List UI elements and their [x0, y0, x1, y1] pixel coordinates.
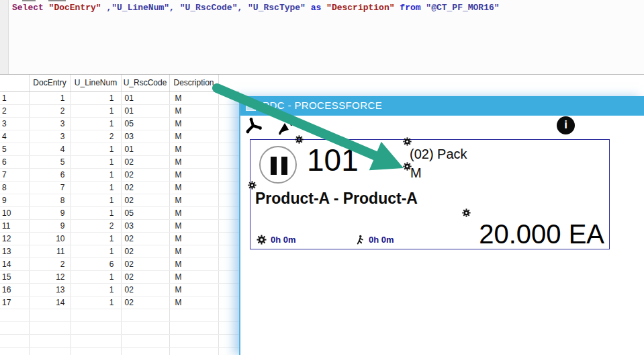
row-number[interactable]: 3	[0, 117, 29, 130]
row-number[interactable]: 10	[0, 206, 29, 219]
row-number[interactable]: 4	[0, 130, 29, 143]
table-row[interactable]: 1714102M	[0, 296, 239, 309]
cell[interactable]: M	[169, 91, 218, 104]
cell[interactable]: M	[169, 219, 218, 232]
cell[interactable]: 1	[71, 283, 121, 296]
cell[interactable]: M	[169, 104, 218, 117]
row-number[interactable]: 17	[0, 296, 29, 309]
cell[interactable]: 10	[29, 232, 71, 245]
cell[interactable]: M	[169, 270, 218, 283]
cell[interactable]: 7	[29, 181, 71, 194]
cell[interactable]: 1	[71, 206, 121, 219]
cell[interactable]: 02	[121, 283, 169, 296]
cell[interactable]: 02	[121, 194, 169, 206]
cell[interactable]: M	[169, 206, 218, 219]
cell[interactable]: 1	[71, 143, 121, 155]
row-number[interactable]: 6	[0, 155, 29, 168]
cell[interactable]: 1	[71, 104, 121, 117]
table-row[interactable]: 11101M	[0, 91, 239, 104]
table-row[interactable]: 1512102M	[0, 270, 239, 283]
cell[interactable]: 02	[121, 245, 169, 258]
cell[interactable]: 2	[29, 258, 71, 270]
table-row[interactable]: 109105M	[0, 206, 239, 219]
cell[interactable]: 1	[71, 270, 121, 283]
cell[interactable]: 9	[29, 206, 71, 219]
cell[interactable]: 3	[29, 130, 71, 143]
cell[interactable]: 1	[71, 181, 121, 194]
cell[interactable]: 4	[29, 143, 71, 155]
cell[interactable]: M	[169, 258, 218, 270]
cell[interactable]: 1	[71, 91, 121, 104]
cell[interactable]: 12	[29, 270, 71, 283]
cell[interactable]: 3	[29, 117, 71, 130]
table-row[interactable]: 54101M	[0, 143, 239, 155]
row-number[interactable]: 16	[0, 283, 29, 296]
row-number[interactable]: 5	[0, 143, 29, 155]
cell[interactable]: 02	[121, 270, 169, 283]
table-row[interactable]: 98102M	[0, 194, 239, 206]
cell[interactable]: M	[169, 168, 218, 181]
row-number[interactable]: 15	[0, 270, 29, 283]
row-number[interactable]: 14	[0, 258, 29, 270]
table-row[interactable]: 33105M	[0, 117, 239, 130]
cell[interactable]: 01	[121, 143, 169, 155]
table-row[interactable]: 76102M	[0, 168, 239, 181]
cell[interactable]: M	[169, 130, 218, 143]
cell[interactable]: 14	[29, 296, 71, 309]
row-number[interactable]: 11	[0, 219, 29, 232]
row-number[interactable]: 2	[0, 104, 29, 117]
table-row[interactable]: 87102M	[0, 181, 239, 194]
cell[interactable]: 03	[121, 130, 169, 143]
cell[interactable]: M	[169, 245, 218, 258]
table-row[interactable]: 119203M	[0, 219, 239, 232]
row-number[interactable]: 12	[0, 232, 29, 245]
cell[interactable]: 2	[71, 219, 121, 232]
row-number[interactable]: 8	[0, 181, 29, 194]
antenna-icon[interactable]	[275, 117, 295, 139]
cell[interactable]: 01	[121, 104, 169, 117]
info-icon[interactable]: i	[557, 116, 575, 134]
cell[interactable]: M	[169, 143, 218, 155]
row-number[interactable]: 13	[0, 245, 29, 258]
cell[interactable]: M	[169, 296, 218, 309]
table-row[interactable]: 43203M	[0, 130, 239, 143]
cell[interactable]: 1	[71, 296, 121, 309]
table-row[interactable]: 1311102M	[0, 245, 239, 258]
column-header-u_rsccode[interactable]: U_RscCode	[121, 75, 169, 91]
row-number[interactable]: 9	[0, 194, 29, 206]
column-header-u_linenum[interactable]: U_LineNum	[71, 75, 121, 91]
cell[interactable]: M	[169, 194, 218, 206]
table-row[interactable]: 1613102M	[0, 283, 239, 296]
column-header-docentry[interactable]: DocEntry	[29, 75, 71, 91]
pdc-titlebar[interactable]: PDC - PROCESSFORCE	[240, 96, 644, 116]
cell[interactable]: M	[169, 283, 218, 296]
pause-button[interactable]	[259, 146, 297, 184]
cell[interactable]: 02	[121, 181, 169, 194]
cell[interactable]: 1	[29, 91, 71, 104]
grid-corner-cell[interactable]	[0, 75, 29, 91]
cell[interactable]: 02	[121, 296, 169, 309]
cell[interactable]: 11	[29, 245, 71, 258]
cell[interactable]: 8	[29, 194, 71, 206]
cell[interactable]: 2	[29, 104, 71, 117]
cell[interactable]: 05	[121, 117, 169, 130]
cell[interactable]: 6	[71, 258, 121, 270]
cell[interactable]: 1	[71, 117, 121, 130]
cell[interactable]: 5	[29, 155, 71, 168]
cell[interactable]: 1	[71, 232, 121, 245]
sql-editor[interactable]: Select "DocEntry" ,"U_LineNum", "U_RscCo…	[0, 0, 644, 74]
cell[interactable]: M	[169, 117, 218, 130]
cell[interactable]: 13	[29, 283, 71, 296]
machine-tool-icon[interactable]	[244, 117, 263, 138]
cell[interactable]: 03	[121, 219, 169, 232]
cell[interactable]: M	[169, 232, 218, 245]
row-number[interactable]: 1	[0, 91, 29, 104]
cell[interactable]: 2	[71, 130, 121, 143]
cell[interactable]: 1	[71, 155, 121, 168]
cell[interactable]: 1	[71, 245, 121, 258]
column-header-description[interactable]: Description	[169, 75, 218, 91]
cell[interactable]: 02	[121, 232, 169, 245]
cell[interactable]: 01	[121, 91, 169, 104]
table-row[interactable]: 1210102M	[0, 232, 239, 245]
cell[interactable]: M	[169, 181, 218, 194]
